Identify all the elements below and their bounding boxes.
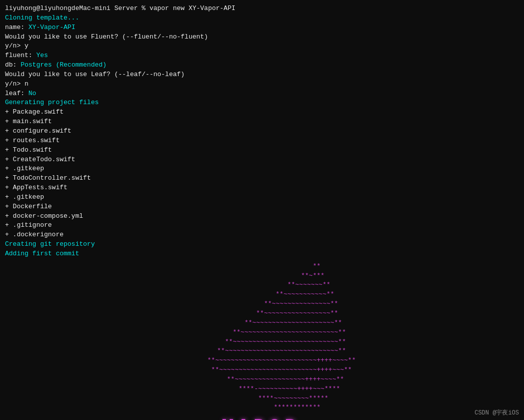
fluent-question-line: Would you like to use Fluent? (--fluent/… (5, 33, 519, 42)
vapor-logo-container: VAPOR a web framework for Swift (5, 416, 519, 420)
file-2: + main.swift (5, 117, 519, 127)
file-6: + CreateTodo.swift (5, 155, 519, 165)
file-7: + .gitkeep (5, 164, 519, 174)
vapor-art: ** **~*** **~~~~~~~** **~~~~~~~~~~~** **… (5, 262, 519, 413)
file-4: + routes.swift (5, 136, 519, 146)
name-line: name: XY-Vapor-API (5, 23, 519, 33)
leaf-answer-line: leaf: No (5, 89, 519, 99)
file-11: + Dockerfile (5, 202, 519, 212)
file-list: + Package.swift + main.swift + configure… (5, 108, 519, 240)
file-8: + TodoController.swift (5, 174, 519, 183)
vapor-logo: VAPOR (223, 416, 301, 420)
fluent-answer-line: fluent: Yes (5, 51, 519, 61)
db-line: db: Postgres (Recommended) (5, 61, 519, 70)
file-10: + .gitkeep (5, 193, 519, 202)
file-3: + configure.swift (5, 127, 519, 136)
generating-line: Generating project files (5, 98, 519, 108)
terminal: liyuhong@liyuhongdeMac-mini Server % vap… (0, 0, 524, 420)
file-13: + .gitignore (5, 221, 519, 230)
prompt-line-1: liyuhong@liyuhongdeMac-mini Server % vap… (5, 4, 519, 14)
file-1: + Package.swift (5, 108, 519, 117)
leaf-question-line: Would you like to use Leaf? (--leaf/--no… (5, 70, 519, 80)
vapor-art-lines: ** **~*** **~~~~~~~** **~~~~~~~~~~~** **… (5, 262, 519, 413)
file-5: + Todo.swift (5, 146, 519, 155)
prompt-text-1: liyuhong@liyuhongdeMac-mini Server % vap… (5, 5, 235, 12)
bottom-bar: CSDN @宇夜iOS (474, 408, 519, 417)
yn-y-line: y/n> y (5, 42, 519, 51)
yn-n-line: y/n> n (5, 80, 519, 89)
bottom-bar-text: CSDN @宇夜iOS (474, 409, 519, 416)
file-9: + AppTests.swift (5, 183, 519, 193)
file-14: + .dockerignore (5, 230, 519, 240)
creating-git-line: Creating git repository (5, 240, 519, 249)
cloning-line: Cloning template... (5, 14, 519, 23)
adding-commit-line: Adding first commit (5, 249, 519, 259)
file-12: + docker-compose.yml (5, 212, 519, 221)
